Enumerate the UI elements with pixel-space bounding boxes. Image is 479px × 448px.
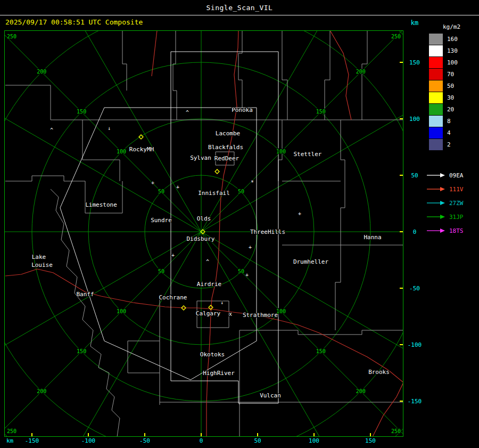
city-label: Innisfail [198,190,230,197]
ring-distance-label: 50 [158,189,164,194]
map-point-marker: + [176,184,179,190]
legend-entry: 160 [426,33,479,45]
radar-map[interactable]: 5050505010010010010015015015015020020020… [4,30,403,437]
legend-entry: 30 [426,92,479,103]
radar-id-entry: 31JP [426,210,479,224]
ring-distance-label: 150 [316,348,326,354]
y-axis-tick-label: -150 [403,398,426,405]
y-axis-unit-label: km [404,19,425,27]
legend-unit-label: kg/m2 [426,23,479,30]
city-label: HighRiver [203,370,235,377]
highway-line [330,30,351,120]
legend-color-swatch [429,127,443,139]
county-boundary [238,30,242,108]
map-point-marker: ^ [206,259,209,265]
ring-distance-label: 50 [158,268,164,274]
y-axis: 150100500-50-100-150 [403,30,426,437]
ring-distance-label: 250 [391,428,401,434]
x-axis: -150-100-50050100150 [4,437,403,446]
radar-id-label: 111V [449,186,464,193]
city-label: Ponoka [232,107,253,113]
legend-value: 2 [447,141,451,148]
radar-id-legend: 09EA111V27ZW31JP18TS [426,168,479,238]
county-boundary [173,30,177,120]
x-axis-tick-label: 50 [254,437,261,444]
map-point-marker: ^ [50,127,53,133]
city-label: Banff [76,291,94,298]
legend-entry: 20 [426,103,479,115]
map-point-marker: + [151,180,154,186]
legend-entry: 8 [426,115,479,127]
city-label: ThreeHills [250,229,285,235]
map-point-marker: ^ [186,110,189,116]
legend-value: 70 [447,71,454,78]
legend-entry: 130 [426,45,479,56]
legend-value: 30 [447,94,454,101]
ring-distance-label: 150 [316,109,326,115]
radar-arrow-icon [426,186,446,192]
legend-color-swatch [429,80,443,92]
ring-distance-label: 200 [37,388,46,394]
x-axis-tick-label: -100 [81,437,96,444]
city-label: Okotoks [200,351,225,358]
radar-id-label: 27ZW [449,200,464,207]
x-axis-unit-label: km [6,437,13,444]
legend-color-swatch [429,104,443,115]
color-legend: kg/m2 16013010070503020842 09EA111V27ZW3… [426,23,479,238]
city-label: Hanna [364,234,381,241]
county-boundary [5,85,82,120]
y-axis-tick-label: 150 [403,59,426,66]
map-point-marker: + [171,252,175,258]
map-point-marker: ↓ [108,125,111,131]
legend-color-swatch [429,45,443,56]
county-boundary [128,341,160,373]
window-titlebar: Single_Scan_VIL [0,0,479,15]
city-label: Stettler [294,151,322,158]
city-label: Vulcan [260,392,281,399]
city-label: Cochrane [159,294,187,301]
ring-distance-label: 200 [356,69,366,75]
city-label: RockyMH [129,146,154,153]
ring-distance-label: 200 [356,388,366,394]
map-point-marker: + [245,272,249,278]
y-axis-tick-label: -100 [403,341,426,348]
city-label: Calgary [196,310,221,317]
radar-id-entry: 09EA [426,168,479,182]
legend-entry: 70 [426,68,479,80]
y-axis-tick-label: 100 [403,116,426,123]
x-axis-tick-label: 0 [200,437,203,444]
city-label: Olds [197,215,211,222]
legend-entry: 4 [426,127,479,139]
radar-id-entry: 27ZW [426,196,479,210]
map-point-marker: * [251,180,254,185]
ring-distance-label: 100 [117,149,126,154]
radar-id-label: 09EA [449,172,464,179]
legend-value: 20 [447,106,454,113]
legend-color-swatch [429,69,443,80]
ring-distance-label: 250 [7,428,16,434]
legend-color-swatch [429,57,443,68]
scan-timestamp: 2025/09/17 00:58:51 UTC Composite [5,18,143,26]
ring-distance-label: 50 [238,268,244,274]
city-label: Drumheller [293,258,329,265]
map-point-marker: ↓ [220,299,224,305]
legend-color-swatch [429,116,443,127]
map-point-marker: + [249,245,252,250]
legend-value: 4 [447,129,451,136]
city-label: Sundre [151,217,172,224]
legend-value: 8 [447,118,451,125]
radar-arrow-icon [426,214,446,220]
legend-value: 130 [447,47,458,54]
legend-entry: 100 [426,56,479,68]
highway-line [152,30,157,76]
legend-scale: 16013010070503020842 [426,33,479,150]
legend-value: 160 [447,36,458,43]
ring-distance-label: 100 [276,149,286,154]
ring-distance-label: 50 [238,189,244,194]
radar-id-entry: 111V [426,182,479,196]
legend-color-swatch [429,139,443,150]
scan-coverage-outline [171,52,278,403]
ring-distance-label: 100 [117,308,126,314]
window-title: Single_Scan_VIL [207,4,273,12]
y-axis-tick-label: -50 [403,285,426,292]
